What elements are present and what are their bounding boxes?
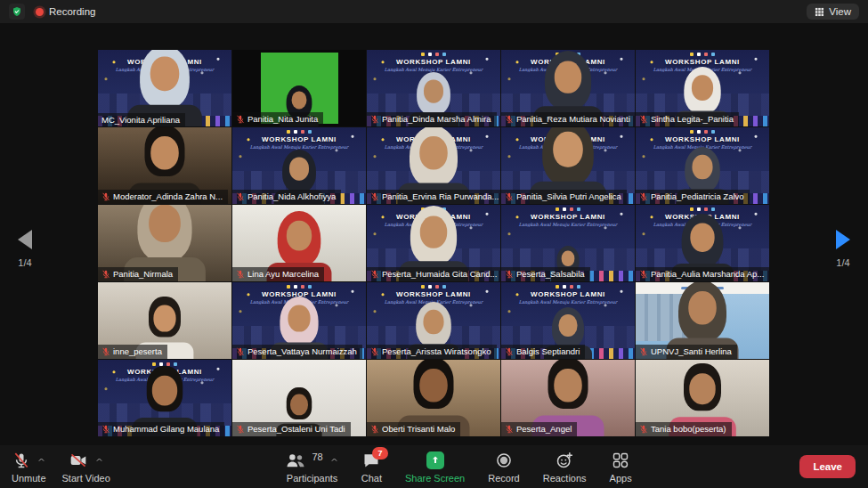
camera-off-icon xyxy=(69,451,88,469)
next-page-arrow[interactable] xyxy=(836,230,850,249)
apps-label: Apps xyxy=(610,473,632,484)
participant-name: Lina Ayu Marcelina xyxy=(247,270,319,279)
share-screen-icon xyxy=(426,451,444,469)
name-tag: Tania bobo(peserta) xyxy=(636,422,732,436)
meeting-toolbar: Unmute Start Video 78 Participants 7 Cha… xyxy=(0,445,868,488)
avatar-face xyxy=(688,291,717,325)
video-tile[interactable]: WORKSHOP LAMNILangkah Awal Menuju Karier… xyxy=(98,50,231,126)
video-tile[interactable]: WORKSHOP LAMNILangkah Awal Menuju Karier… xyxy=(501,205,635,281)
participant-name: Panitia_Reza Mutiara Novianti xyxy=(516,115,630,124)
gallery-stage: 1/4 WORKSHOP LAMNILangkah Awal Menuju Ka… xyxy=(0,23,868,445)
participant-name: Panitia_Nida Alkhofiyya xyxy=(247,192,336,201)
video-tile[interactable]: Panitia_Nita Junita xyxy=(232,50,366,126)
video-tile[interactable]: WORKSHOP LAMNILangkah Awal Menuju Karier… xyxy=(501,282,635,359)
apps-button[interactable]: Apps xyxy=(602,445,640,488)
virtual-bg-header: WORKSHOP LAMNILangkah Awal Menuju Karier… xyxy=(501,207,635,227)
participants-options-caret[interactable] xyxy=(330,456,338,464)
virtual-bg-logos xyxy=(232,130,366,134)
participant-name: Peserta_Vattaya Nurmaizzah xyxy=(247,347,357,356)
name-tag: Peserta_Arissta Wiratsongko xyxy=(367,345,497,359)
security-shield-icon[interactable] xyxy=(9,4,25,20)
participants-button[interactable]: 78 Participants xyxy=(278,445,345,488)
muted-mic-icon xyxy=(370,425,379,434)
virtual-bg-title: WORKSHOP LAMNI xyxy=(636,135,769,143)
video-options-caret[interactable] xyxy=(95,456,103,464)
video-tile[interactable]: WORKSHOP LAMNILangkah Awal Menuju Karier… xyxy=(636,205,769,281)
avatar-face xyxy=(150,56,180,91)
video-tile[interactable]: WORKSHOP LAMNILangkah Awal Menuju Karier… xyxy=(367,50,500,126)
leave-button[interactable]: Leave xyxy=(799,455,856,478)
participant-name: Peserta_Angel xyxy=(516,425,572,434)
name-tag: MC_Vionita Apriliana xyxy=(98,113,185,127)
participant-name: inne_peserta xyxy=(113,347,162,356)
video-tile[interactable]: Panitia_Nirmala xyxy=(98,205,231,281)
chat-badge: 7 xyxy=(372,447,388,460)
name-tag: Lina Ayu Marcelina xyxy=(232,267,324,281)
virtual-bg-header: WORKSHOP LAMNILangkah Awal Menuju Karier… xyxy=(367,53,500,72)
video-grid: WORKSHOP LAMNILangkah Awal Menuju Karier… xyxy=(98,50,769,436)
next-page-control: 1/4 xyxy=(823,230,863,268)
name-tag: Panitia_Nida Alkhofiyya xyxy=(232,190,341,204)
unmute-button[interactable]: Unmute xyxy=(4,445,54,488)
recording-indicator: Recording xyxy=(36,6,95,17)
participant-name: Panitia_Silvia Putri Angelica xyxy=(516,192,621,201)
muted-mic-icon xyxy=(370,192,379,201)
chat-button[interactable]: 7 Chat xyxy=(353,445,390,488)
video-tile[interactable]: WORKSHOP LAMNILangkah Awal Menuju Karier… xyxy=(367,205,500,281)
video-tile[interactable]: Peserta_Angel xyxy=(501,360,635,436)
virtual-bg-title: WORKSHOP LAMNI xyxy=(636,58,769,66)
record-button[interactable]: Record xyxy=(480,445,527,488)
participants-count: 78 xyxy=(312,451,322,462)
avatar-face xyxy=(689,373,715,404)
video-tile[interactable]: Tania bobo(peserta) xyxy=(636,360,769,436)
video-tile[interactable]: WORKSHOP LAMNILangkah Awal Menuju Karier… xyxy=(367,127,500,204)
virtual-bg-header: WORKSHOP LAMNILangkah Awal Menuju Karier… xyxy=(501,285,635,305)
video-tile[interactable]: WORKSHOP LAMNILangkah Awal Menuju Karier… xyxy=(636,127,769,204)
view-button[interactable]: View xyxy=(807,4,859,20)
avatar-face xyxy=(153,305,175,332)
video-tile[interactable]: inne_peserta xyxy=(98,282,231,359)
video-tile[interactable]: WORKSHOP LAMNILangkah Awal Menuju Karier… xyxy=(501,127,635,204)
muted-mic-icon xyxy=(236,192,245,201)
name-tag: Peserta_Ostaleni Uni Tadi xyxy=(232,422,351,436)
video-tile[interactable]: WORKSHOP LAMNILangkah Awal Menuju Karier… xyxy=(98,360,231,436)
video-tile[interactable]: WORKSHOP LAMNILangkah Awal Menuju Karier… xyxy=(501,50,635,126)
participant-name: Moderator_Adinda Zahra N... xyxy=(113,192,223,201)
video-tile[interactable]: UPNVJ_Santi Herlina xyxy=(636,282,769,359)
audio-options-caret[interactable] xyxy=(37,456,45,464)
name-tag: Panitia_Nirmala xyxy=(98,267,178,281)
participant-name: Peserta_Arissta Wiratsongko xyxy=(382,347,491,356)
virtual-bg-title: WORKSHOP LAMNI xyxy=(367,58,500,66)
avatar-face xyxy=(292,91,307,109)
video-tile[interactable]: WORKSHOP LAMNILangkah Awal Menuju Karier… xyxy=(636,50,769,126)
video-tile[interactable]: Lina Ayu Marcelina xyxy=(232,205,366,281)
avatar-face xyxy=(555,61,581,94)
reactions-button[interactable]: Reactions xyxy=(535,445,595,488)
muted-mic-icon xyxy=(101,192,110,201)
share-screen-button[interactable]: Share Screen xyxy=(397,445,473,488)
start-video-button[interactable]: Start Video xyxy=(54,445,118,488)
video-tile[interactable]: WORKSHOP LAMNILangkah Awal Menuju Karier… xyxy=(232,127,366,204)
video-tile[interactable]: Oberti Trisanti Malo xyxy=(367,360,500,436)
avatar-face xyxy=(562,251,575,267)
avatar-face xyxy=(553,132,583,167)
name-tag: UPNVJ_Santi Herlina xyxy=(636,345,737,359)
avatar-face xyxy=(152,376,177,406)
video-tile[interactable]: Moderator_Adinda Zahra N... xyxy=(98,127,231,204)
chat-label: Chat xyxy=(361,473,382,484)
virtual-bg-logos xyxy=(636,207,769,211)
name-tag: Panitia_Silvia Putri Angelica xyxy=(501,190,627,204)
recording-dot-icon xyxy=(36,8,44,16)
video-tile[interactable]: WORKSHOP LAMNILangkah Awal Menuju Karier… xyxy=(367,282,500,359)
prev-page-arrow[interactable] xyxy=(18,230,32,249)
top-bar: Recording View xyxy=(0,0,868,23)
name-tag: Panitia_Nita Junita xyxy=(232,112,323,126)
muted-mic-icon xyxy=(639,425,648,434)
video-tile[interactable]: WORKSHOP LAMNILangkah Awal Menuju Karier… xyxy=(232,282,366,359)
name-tag: Peserta_Vattaya Nurmaizzah xyxy=(232,345,362,359)
avatar-face xyxy=(150,136,179,170)
avatar-face xyxy=(424,79,443,102)
name-tag: Oberti Trisanti Malo xyxy=(367,422,460,436)
video-tile[interactable]: Peserta_Ostaleni Uni Tadi xyxy=(232,360,366,436)
record-icon xyxy=(495,451,513,469)
